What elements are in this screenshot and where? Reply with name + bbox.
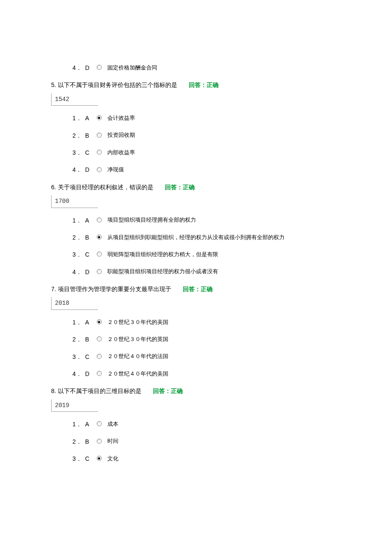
option-index: 1． — [72, 318, 82, 327]
option-row: 1． A 项目型组织项目经理拥有全部的权力 — [72, 216, 341, 225]
option-row: 4． D 固定价格加酬金合同 — [72, 63, 341, 72]
option-index: 4． — [72, 165, 82, 174]
question-5: 5. 以下不属于项目财务评价包括的三个指标的是 回答：正确 1542 1． A … — [51, 80, 341, 174]
question-number: 8. — [51, 387, 56, 394]
option-letter: A — [85, 318, 93, 327]
option-index: 3． — [72, 250, 82, 259]
option-text: 职能型项目组织项目经理的权力很小或者没有 — [107, 267, 218, 276]
question-text: 项目管理作为管理学的重要分支最早出现于 — [58, 286, 171, 292]
option-index: 1． — [72, 419, 82, 429]
option-text: 内部收益率 — [107, 148, 135, 157]
option-text: 投资回收期 — [107, 131, 135, 140]
code-box: 1542 — [51, 93, 98, 106]
option-row: 2． B 从项目型组织到职能型组织，经理的权力从没有或很小到拥有全部的权力 — [72, 233, 341, 242]
radio-button[interactable] — [96, 269, 102, 275]
option-text: ２０世纪３０年代的美国 — [107, 318, 168, 327]
code-box: 1700 — [51, 195, 98, 208]
question-text: 以下不属于项目的三维目标的是 — [58, 387, 141, 394]
option-text: ２０世纪４０年代的法国 — [107, 352, 168, 361]
radio-button[interactable] — [96, 251, 102, 257]
answer-status: 回答：正确 — [189, 81, 219, 88]
option-letter: C — [85, 352, 93, 361]
option-text: 弱矩阵型项目组织经理的权力稍大，但是有限 — [107, 250, 218, 259]
option-row: 1． A 成本 — [72, 419, 341, 429]
option-index: 3． — [72, 352, 82, 361]
option-row: 3． C 文化 — [72, 454, 341, 463]
option-letter: B — [85, 335, 93, 344]
radio-button[interactable] — [96, 319, 102, 325]
radio-button[interactable] — [96, 438, 102, 444]
radio-button[interactable] — [96, 115, 102, 121]
option-letter: A — [85, 216, 93, 225]
option-text: 会计效益率 — [107, 114, 135, 123]
radio-button[interactable] — [96, 234, 102, 240]
option-row: 4． D ２０世纪４０年代的美国 — [72, 369, 341, 379]
option-row: 3． C ２０世纪４０年代的法国 — [72, 352, 341, 361]
radio-button[interactable] — [96, 64, 102, 70]
radio-button[interactable] — [96, 217, 102, 223]
option-row: 2． B 时间 — [72, 437, 341, 446]
option-letter: C — [85, 250, 93, 259]
option-letter: C — [85, 454, 93, 463]
option-row: 3． C 内部收益率 — [72, 148, 341, 157]
option-row: 2． B 投资回收期 — [72, 131, 341, 140]
option-letter: B — [85, 437, 93, 446]
answer-status: 回答：正确 — [165, 184, 195, 191]
option-text: 从项目型组织到职能型组织，经理的权力从没有或很小到拥有全部的权力 — [107, 233, 285, 242]
option-letter: D — [85, 63, 93, 72]
radio-button[interactable] — [96, 353, 102, 359]
radio-button[interactable] — [96, 455, 102, 461]
radio-button[interactable] — [96, 149, 102, 155]
option-letter: B — [85, 233, 93, 242]
option-index: 1． — [72, 113, 82, 123]
option-index: 4． — [72, 63, 82, 72]
option-text: ２０世纪３０年代的英国 — [107, 335, 168, 344]
option-letter: A — [85, 419, 93, 429]
question-title: 5. 以下不属于项目财务评价包括的三个指标的是 回答：正确 — [51, 80, 341, 90]
question-4-partial: 4． D 固定价格加酬金合同 — [51, 63, 341, 72]
question-6: 6. 关于项目经理的权利叙述，错误的是 回答：正确 1700 1． A 项目型组… — [51, 182, 341, 277]
option-index: 1． — [72, 216, 82, 225]
radio-button[interactable] — [96, 336, 102, 342]
question-text: 关于项目经理的权利叙述，错误的是 — [58, 184, 153, 191]
option-row: 1． A 会计效益率 — [72, 113, 341, 123]
option-index: 2． — [72, 131, 82, 140]
option-index: 2． — [72, 233, 82, 242]
option-row: 1． A ２０世纪３０年代的美国 — [72, 318, 341, 327]
radio-button[interactable] — [96, 421, 102, 427]
radio-button[interactable] — [96, 370, 102, 376]
option-index: 3． — [72, 148, 82, 157]
option-index: 4． — [72, 267, 82, 277]
option-letter: D — [85, 369, 93, 379]
code-box: 2019 — [51, 399, 98, 412]
option-text: 文化 — [107, 454, 118, 463]
question-number: 7. — [51, 286, 56, 292]
answer-status: 回答：正确 — [153, 387, 183, 394]
option-index: 2． — [72, 335, 82, 344]
option-text: 固定价格加酬金合同 — [107, 64, 157, 72]
option-text: 成本 — [107, 420, 118, 429]
question-title: 7. 项目管理作为管理学的重要分支最早出现于 回答：正确 — [51, 284, 341, 294]
question-text: 以下不属于项目财务评价包括的三个指标的是 — [58, 81, 177, 88]
option-row: 3． C 弱矩阵型项目组织经理的权力稍大，但是有限 — [72, 250, 341, 259]
option-letter: D — [85, 165, 93, 174]
option-text: 项目型组织项目经理拥有全部的权力 — [107, 216, 196, 225]
question-7: 7. 项目管理作为管理学的重要分支最早出现于 回答：正确 2018 1． A ２… — [51, 284, 341, 379]
option-letter: B — [85, 131, 93, 140]
option-row: 4． D 净现值 — [72, 165, 341, 174]
question-title: 6. 关于项目经理的权利叙述，错误的是 回答：正确 — [51, 182, 341, 192]
option-row: 2． B ２０世纪３０年代的英国 — [72, 335, 341, 344]
option-text: ２０世纪４０年代的美国 — [107, 370, 168, 379]
option-row: 4． D 职能型项目组织项目经理的权力很小或者没有 — [72, 267, 341, 277]
answer-status: 回答：正确 — [183, 286, 213, 292]
option-text: 净现值 — [107, 165, 124, 174]
question-number: 5. — [51, 81, 56, 88]
question-title: 8. 以下不属于项目的三维目标的是 回答：正确 — [51, 386, 341, 396]
question-8: 8. 以下不属于项目的三维目标的是 回答：正确 2019 1． A 成本 2． … — [51, 386, 341, 463]
radio-button[interactable] — [96, 167, 102, 173]
code-box: 2018 — [51, 297, 98, 309]
question-number: 6. — [51, 184, 56, 191]
option-letter: C — [85, 148, 93, 157]
option-index: 2． — [72, 437, 82, 446]
radio-button[interactable] — [96, 132, 102, 138]
